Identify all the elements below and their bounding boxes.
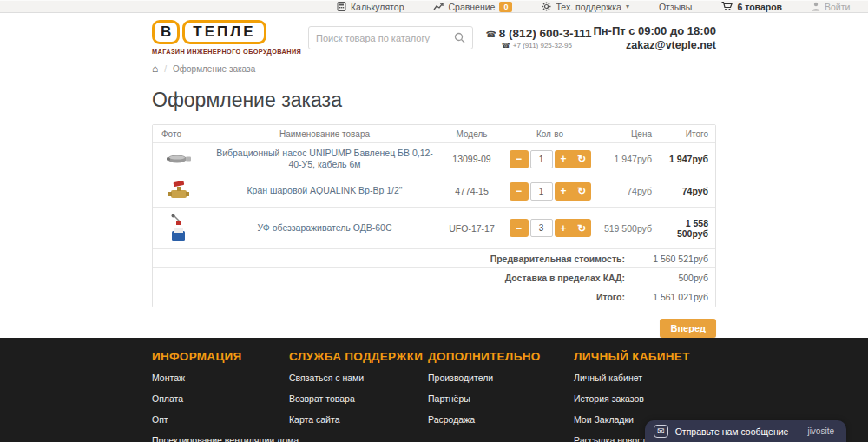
footer-link-sale[interactable]: Расродажа bbox=[428, 414, 574, 425]
summary-total: Итого: 1 561 021руб bbox=[153, 287, 715, 307]
summary-label: Итого: bbox=[596, 292, 625, 302]
qty-refresh-button[interactable]: ↻ bbox=[573, 150, 591, 168]
footer-link-contact[interactable]: Связаться с нами bbox=[289, 373, 428, 383]
footer-link-partners[interactable]: Партнёры bbox=[428, 393, 574, 404]
topbar-login-label: Войти bbox=[825, 2, 850, 12]
footer-link-oplata[interactable]: Оплата bbox=[152, 393, 289, 404]
qty-plus-button[interactable]: + bbox=[555, 150, 573, 168]
checkout-page: Калькулятор Сравнение 0 Тех. поддержка ▾… bbox=[0, 0, 868, 442]
envelope-icon: ✉ bbox=[654, 425, 667, 438]
topbar-cart-label: 6 товаров bbox=[737, 2, 782, 12]
table-row: Вибрационный насос UNIPUMP Бавленец БВ 0… bbox=[153, 143, 715, 175]
summary-value: 1 561 021руб bbox=[625, 292, 715, 302]
product-price: 74руб bbox=[595, 186, 652, 196]
qty-input[interactable] bbox=[530, 182, 553, 201]
footer-link-order-history[interactable]: История заказов bbox=[574, 393, 721, 404]
col-header-qty: Кол-во bbox=[504, 129, 595, 139]
product-total: 1 558 500руб bbox=[652, 218, 715, 239]
col-header-name: Наименование товара bbox=[210, 129, 439, 139]
col-header-model: Модель bbox=[439, 129, 504, 139]
page-title: Оформление заказа bbox=[152, 89, 716, 112]
table-row: Кран шаровой AQUALINK Вр-Вр 1/2" 4774-15… bbox=[153, 175, 715, 208]
cart-table: Фото Наименование товара Модель Кол-во Ц… bbox=[152, 124, 716, 307]
product-model: UFO-17-17 bbox=[439, 223, 504, 234]
footer-column-information: ИНФОРМАЦИЯ Монтаж Оплата Опт Проектирова… bbox=[152, 350, 289, 442]
footer-heading: СЛУЖБА ПОДДЕРЖКИ bbox=[289, 350, 428, 363]
topbar-reviews-label: Отзывы bbox=[659, 2, 692, 12]
topbar-tech-support-label: Тех. поддержка bbox=[556, 2, 621, 12]
qty-plus-button[interactable]: + bbox=[555, 182, 573, 201]
site-logo[interactable]: В ТЕПЛЕ МАГАЗИН ИНЖЕНЕРНОГО ОБОРУДОВАНИЯ bbox=[152, 20, 298, 56]
quantity-stepper: − + ↻ bbox=[510, 219, 591, 237]
logo-tagline: МАГАЗИН ИНЖЕНЕРНОГО ОБОРУДОВАНИЯ bbox=[152, 48, 298, 56]
topbar-login[interactable]: Войти bbox=[812, 2, 850, 12]
footer-link-montazh[interactable]: Монтаж bbox=[152, 373, 289, 383]
phone-icon-small: ☎ bbox=[502, 42, 510, 49]
qty-minus-button[interactable]: − bbox=[510, 182, 529, 201]
footer-link-account[interactable]: Личный кабинет bbox=[574, 373, 721, 383]
summary-label: Предварительная стоимость: bbox=[490, 254, 625, 264]
cart-icon bbox=[721, 2, 733, 11]
forward-button[interactable]: Вперед bbox=[660, 319, 716, 338]
quantity-stepper: − + ↻ bbox=[510, 182, 591, 201]
topbar-reviews[interactable]: Отзывы bbox=[659, 2, 692, 12]
qty-input[interactable] bbox=[530, 219, 553, 237]
topbar-tech-support[interactable]: Тех. поддержка ▾ bbox=[542, 2, 628, 12]
header-phones: ☎8 (812) 600-3-111 ☎+7 (911) 925-32-95 bbox=[485, 27, 588, 49]
product-photo-valve[interactable] bbox=[161, 178, 196, 204]
footer-link-opt[interactable]: Опт bbox=[152, 414, 289, 425]
comparison-count-badge: 0 bbox=[499, 2, 512, 12]
footer-link-returns[interactable]: Возврат товара bbox=[289, 393, 428, 404]
gear-icon bbox=[542, 2, 551, 11]
breadcrumb-separator: / bbox=[164, 64, 167, 74]
breadcrumb: ⌂ / Оформление заказа bbox=[152, 63, 716, 75]
product-model: 13099-09 bbox=[439, 154, 504, 164]
comparison-icon bbox=[433, 2, 444, 11]
topbar-comparison-label: Сравнение bbox=[448, 2, 495, 12]
product-total: 74руб bbox=[652, 186, 715, 196]
top-utility-bar: Калькулятор Сравнение 0 Тех. поддержка ▾… bbox=[0, 0, 868, 13]
product-name-link[interactable]: УФ обеззараживатель ОДВ-60С bbox=[252, 222, 397, 234]
breadcrumb-current: Оформление заказа bbox=[173, 64, 255, 74]
topbar-calculator[interactable]: Калькулятор bbox=[337, 2, 404, 12]
chat-brand-label: jivosite bbox=[807, 426, 834, 436]
product-price: 1 947руб bbox=[595, 154, 652, 164]
header-hours-email: Пн-Пт с 09:00 до 18:00 zakaz@vteple.net bbox=[593, 24, 716, 51]
qty-refresh-button[interactable]: ↻ bbox=[573, 182, 591, 201]
chevron-down-icon: ▾ bbox=[626, 3, 629, 10]
topbar-calculator-label: Калькулятор bbox=[351, 2, 404, 12]
col-header-total: Итого bbox=[652, 129, 715, 139]
footer-link-sitemap[interactable]: Карта сайта bbox=[289, 414, 428, 425]
phone-alt-number: +7 (911) 925-32-95 bbox=[513, 42, 572, 49]
home-icon[interactable]: ⌂ bbox=[152, 63, 158, 75]
footer-link-proektirovanie[interactable]: Проектирование вентиляции дома bbox=[152, 435, 289, 442]
qty-minus-button[interactable]: − bbox=[510, 150, 529, 168]
cart-table-header: Фото Наименование товара Модель Кол-во Ц… bbox=[153, 125, 715, 143]
product-price: 519 500руб bbox=[595, 223, 652, 234]
topbar-cart[interactable]: 6 товаров bbox=[721, 2, 782, 12]
contact-email: zakaz@vteple.net bbox=[593, 39, 716, 51]
search-box bbox=[308, 26, 473, 49]
footer-column-extras: ДОПОЛНИТЕЛЬНО Производители Партнёры Рас… bbox=[428, 350, 574, 442]
qty-minus-button[interactable]: − bbox=[510, 219, 529, 237]
product-photo-pump[interactable] bbox=[161, 146, 196, 172]
search-input[interactable] bbox=[316, 33, 454, 43]
logo-letter-box: В bbox=[152, 20, 180, 44]
summary-value: 500руб bbox=[625, 273, 715, 283]
qty-refresh-button[interactable]: ↻ bbox=[573, 219, 591, 237]
summary-label: Доставка в пределах КАД: bbox=[505, 273, 625, 283]
topbar-comparison[interactable]: Сравнение 0 bbox=[433, 2, 512, 12]
product-photo-uv[interactable] bbox=[161, 215, 196, 241]
phone-icon: ☎ bbox=[485, 30, 496, 39]
forward-button-row: Вперед bbox=[152, 319, 716, 338]
search-button[interactable] bbox=[454, 32, 465, 43]
table-row: УФ обеззараживатель ОДВ-60С UFO-17-17 − … bbox=[153, 208, 715, 249]
footer-link-manufacturers[interactable]: Производители bbox=[428, 373, 574, 383]
footer-heading: ДОПОЛНИТЕЛЬНО bbox=[428, 350, 574, 363]
product-name-link[interactable]: Кран шаровой AQUALINK Вр-Вр 1/2" bbox=[242, 185, 408, 196]
product-name-link[interactable]: Вибрационный насос UNIPUMP Бавленец БВ 0… bbox=[210, 148, 439, 170]
qty-input[interactable] bbox=[530, 150, 553, 168]
calculator-icon bbox=[337, 2, 346, 11]
chat-widget[interactable]: ✉ Отправьте нам сообщение jivosite bbox=[645, 420, 846, 442]
qty-plus-button[interactable]: + bbox=[555, 219, 573, 237]
